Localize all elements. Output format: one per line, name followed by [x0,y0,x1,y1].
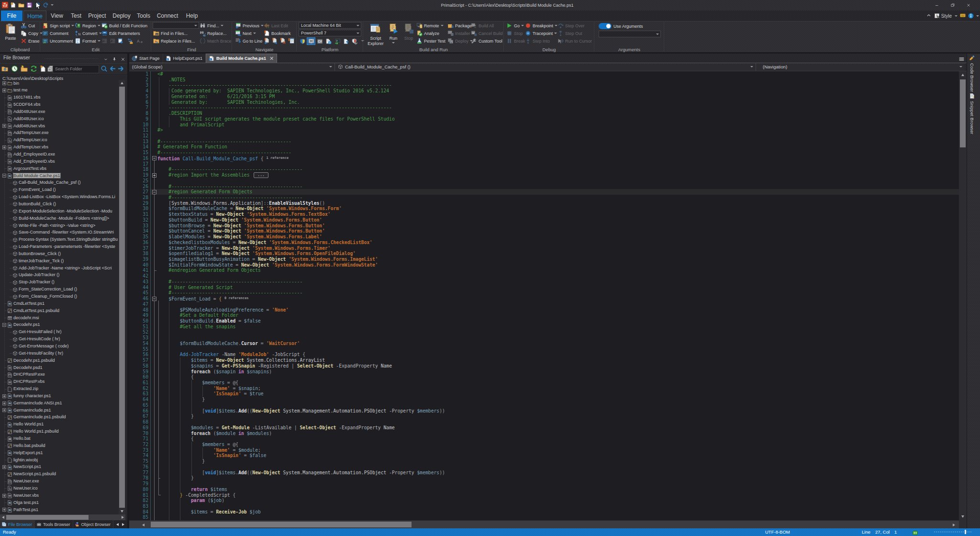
refresh-button[interactable] [30,65,38,73]
shell-combo[interactable]: PowerShell 7 [299,30,361,36]
open-folder-button[interactable] [18,1,24,9]
tree-item[interactable]: Extracted.zip [0,386,119,393]
script-info-button[interactable] [324,37,333,45]
tree-scroll-up-button[interactable] [119,80,125,86]
tree-item[interactable]: Build Module Cache.ps1 [0,172,119,179]
ribbon-icon-button[interactable] [110,37,117,45]
tree-item[interactable]: Build-ModuleCache -Module -Folders <stri… [0,215,119,222]
tree-item[interactable]: Hello.bat [0,436,119,443]
ribbon-button-find-in-files[interactable]: Find in Files... [153,30,188,37]
navigation-combo[interactable]: (Navigation) [756,63,965,71]
parent-folder-button[interactable] [1,65,10,73]
tree-item[interactable]: Get-HresultFacility ( hr) [0,350,119,357]
tree-item[interactable]: psdDecodehr.psd1 [0,364,119,371]
tree-item[interactable]: buttonBuild_Click () [0,201,119,208]
tree-item[interactable]: lightin.wixobj [0,457,119,464]
tree-item[interactable]: AddTempUser.ico [0,137,119,144]
tree-item[interactable]: Stop-JobTracker () [0,279,119,286]
ribbon-button-pester-test[interactable]: Pester Test [416,37,445,45]
code-editor[interactable]: 1<#2 .NOTES3 ---------------------------… [129,71,959,520]
panel-menu-arrow[interactable] [103,55,108,64]
menu-tab[interactable]: Help [182,11,201,21]
ribbon-button-run[interactable]: Run [386,22,401,50]
menu-tab[interactable]: Tools [134,11,153,21]
app-logo-button[interactable] [1,1,8,9]
tree-item[interactable]: NewScript.ps1 [0,464,119,471]
panel-tab-object-browser[interactable]: Object Browser [73,520,114,528]
ribbon-button-step-into[interactable]: Step Into [525,37,550,45]
security-tool-button[interactable] [351,37,359,45]
menu-tab[interactable]: Test [67,11,85,21]
tree-vscrollbar-thumb[interactable] [119,87,125,508]
tree-item[interactable]: Get-HresultFailed ( hr) [0,329,119,336]
ribbon-button-custom-tool[interactable]: Custom Tool [471,37,502,45]
tree-item[interactable]: Add048User.exe [0,108,119,115]
tree-item[interactable]: CmdLetTest.ps1 [0,300,119,307]
minimize-button[interactable] [929,0,945,11]
menu-tab[interactable]: View [47,11,67,21]
tree-expander[interactable] [2,494,6,498]
keyboard-button[interactable] [960,12,966,19]
ribbon-button-format[interactable]: Format [75,37,100,45]
tree-expander[interactable] [2,402,6,405]
help-info-button[interactable] [968,13,979,19]
tree-expander[interactable] [2,465,6,469]
scope-combo[interactable]: (Global Scope) [129,63,335,71]
menu-tab[interactable]: Deploy [110,11,134,21]
search-button[interactable] [100,65,109,73]
history-button[interactable] [11,65,19,73]
find-combo[interactable] [153,22,199,29]
ribbon-button-run-to-cursor[interactable]: Run to Cursor [557,37,592,45]
ribbon-button-cut[interactable]: Cut [21,22,35,29]
ribbon-button-sign-script[interactable]: Sign script [42,22,74,29]
ribbon-icon-button[interactable] [118,37,125,45]
remote-session-button[interactable] [307,37,315,45]
tree-item[interactable]: Add048User.ico [0,115,119,123]
tree-item[interactable]: GermanInclude.ps1.psbuild [0,414,119,421]
search-folder-input[interactable]: Search Folder [53,65,99,73]
tree-expander[interactable] [2,394,6,398]
tree-expander[interactable] [2,81,6,85]
use-arguments-toggle[interactable] [599,23,612,29]
editor-scroll-left-button[interactable] [140,522,146,528]
tree-item[interactable]: Get-ErrorMessage ( code) [0,343,119,350]
ribbon-button-go[interactable]: Go [506,22,524,29]
bookmark-next-button[interactable] [272,37,279,45]
tree-hscrollbar[interactable] [0,514,125,520]
tree-expander[interactable] [2,89,6,92]
ribbon-button-build-all[interactable]: Build All [471,22,494,29]
menu-tab[interactable]: File [1,11,22,21]
tree-item[interactable]: NewScript.ps1.psbuild [0,471,119,478]
tree-item[interactable]: buttonBrowse_Click () [0,250,119,257]
fold-marker[interactable] [152,156,156,160]
tree-item[interactable]: Write-File -Path <string> -Value <string… [0,222,119,229]
ribbon-button-previous[interactable]: Previous [235,22,264,29]
ribbon-button-bookmark[interactable]: Bookmark [264,30,291,37]
tree-item[interactable]: Export-ModuleSelection -ModuleSelection … [0,208,119,215]
ribbon-button-step-over[interactable]: Step Over [557,22,585,29]
new-file-button[interactable] [10,1,16,9]
tree-expander[interactable] [2,408,6,412]
fold-marker[interactable] [152,190,156,194]
panel-pin-button[interactable] [112,55,117,64]
ribbon-button-last-edit[interactable]: Last Edit [264,22,288,29]
ribbon-icon-button[interactable]: A [136,37,144,45]
tree-item[interactable]: Load-Parameters -parametersets -filewrit… [0,244,119,251]
platform-combo[interactable]: Local Machine 64 Bit [299,22,361,29]
tree-item[interactable]: vbs16017481.vbs [0,94,119,101]
panel-grip[interactable] [44,58,99,59]
tree-item[interactable]: funny character.ps1 [0,392,119,400]
zoom-slider-thumb[interactable] [965,530,966,534]
tree-item[interactable]: Hello World.ps1 [0,421,119,428]
tree-item[interactable]: PathTest.ps1 [0,506,119,514]
tree-scroll-right-button[interactable] [120,514,125,520]
style-button[interactable]: AStyle [934,13,958,19]
tree-item[interactable]: test me [0,87,119,94]
run-console-button[interactable] [333,37,342,45]
new-file2-button[interactable] [39,65,47,73]
ribbon-button-region[interactable]: Region [75,22,100,29]
tree-scroll-left-button[interactable] [0,514,6,520]
tree-item[interactable]: Load-ListBox -ListBox <System.Windows.Fo… [0,194,119,201]
tree-item[interactable]: Add_EmployeeID.exe [0,151,119,158]
tree-item[interactable]: Call-Build_Module_Cache_psf () [0,179,119,187]
